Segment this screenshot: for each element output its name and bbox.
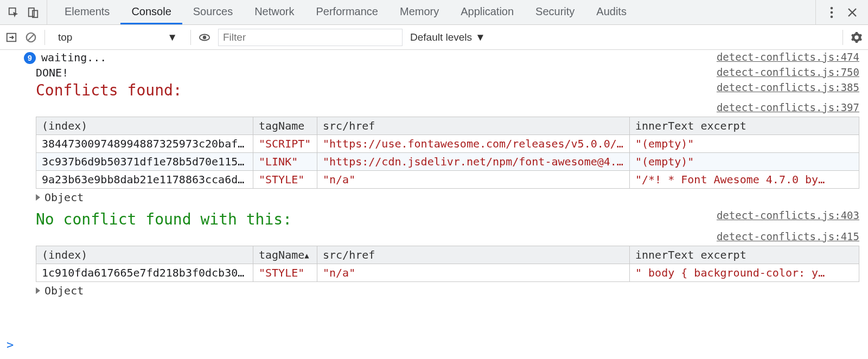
chevron-down-icon: ▼ <box>475 31 486 43</box>
source-link[interactable]: detect-conflicts.js:385 <box>717 81 859 93</box>
log-line-conflicts-header: Conflicts found: detect-conflicts.js:385 <box>0 80 868 100</box>
source-link[interactable]: detect-conflicts.js:750 <box>717 66 859 78</box>
log-text: DONE! <box>36 66 68 79</box>
cell-tag: "STYLE" <box>253 264 317 282</box>
col-tagname[interactable]: tagName <box>253 117 317 135</box>
cell-src: "https://use.fontawesome.com/releases/v5… <box>317 135 630 153</box>
object-label: Object <box>44 191 84 204</box>
tabstrip-left-icons <box>0 0 47 24</box>
tabstrip-right-icons <box>815 0 868 24</box>
filter-input[interactable] <box>218 29 403 46</box>
cell-index: 3c937b6d9b50371df1e78b5d70e11512 <box>36 153 253 171</box>
log-text: waiting... <box>41 51 106 64</box>
cell-tag: "STYLE" <box>253 171 317 189</box>
log-line-done: DONE! detect-conflicts.js:750 <box>0 65 868 80</box>
cell-src: "n/a" <box>317 264 630 282</box>
toolbar-divider <box>190 30 191 45</box>
tab-application[interactable]: Application <box>450 0 525 24</box>
kebab-menu-icon[interactable] <box>826 7 838 18</box>
filter-input-wrap <box>218 29 403 46</box>
col-inner[interactable]: innerText excerpt <box>630 246 859 264</box>
expand-triangle-icon <box>36 194 40 201</box>
tab-memory[interactable]: Memory <box>389 0 450 24</box>
cell-inner: "(empty)" <box>630 153 859 171</box>
chevron-down-icon: ▼ <box>167 31 177 43</box>
table-row: 1c910fda617665e7fd218b3f0dcb3051 "STYLE"… <box>36 264 859 282</box>
svg-point-5 <box>831 15 833 18</box>
source-link[interactable]: detect-conflicts.js:403 <box>717 209 859 221</box>
console-output: 9 waiting... detect-conflicts.js:474 DON… <box>0 50 868 359</box>
table-row: 3c937b6d9b50371df1e78b5d70e11512 "LINK" … <box>36 153 859 171</box>
tab-sources[interactable]: Sources <box>182 0 244 24</box>
tab-security[interactable]: Security <box>525 0 585 24</box>
cell-src: "https://cdn.jsdelivr.net/npm/font-aweso… <box>317 153 630 171</box>
device-toggle-icon[interactable] <box>27 7 39 18</box>
source-link[interactable]: detect-conflicts.js:397 <box>717 101 859 113</box>
no-conflict-table: (index) tagName▲ src/href innerText exce… <box>36 246 859 282</box>
context-label: top <box>58 31 72 43</box>
live-expression-icon[interactable] <box>199 31 210 43</box>
cell-inner: "/*! * Font Awesome 4.7.0 by… <box>630 171 859 189</box>
log-line-waiting: 9 waiting... detect-conflicts.js:474 <box>0 50 868 65</box>
inspect-icon[interactable] <box>8 7 20 18</box>
col-index[interactable]: (index) <box>36 117 253 135</box>
table-row: 9a23b63e9bb8dab21e1178863cca6d4d "STYLE"… <box>36 171 859 189</box>
levels-label: Default levels <box>410 31 472 43</box>
tab-performance[interactable]: Performance <box>305 0 390 24</box>
tab-console[interactable]: Console <box>120 0 182 24</box>
conflicts-table-wrap: (index) tagName src/href innerText excer… <box>0 114 868 190</box>
source-link[interactable]: detect-conflicts.js:415 <box>717 230 859 242</box>
table-row: 384473009748994887325973c20baf67 "SCRIPT… <box>36 135 859 153</box>
cell-src: "n/a" <box>317 171 630 189</box>
source-link[interactable]: detect-conflicts.js:474 <box>717 51 859 63</box>
toolbar-divider <box>843 30 843 45</box>
console-toolbar: top ▼ Default levels ▼ <box>0 25 868 50</box>
col-inner[interactable]: innerText excerpt <box>630 117 859 135</box>
sort-asc-icon: ▲ <box>304 251 309 260</box>
table-header-row: (index) tagName▲ src/href innerText exce… <box>36 246 859 264</box>
gear-icon[interactable] <box>851 31 863 43</box>
cell-index: 384473009748994887325973c20baf67 <box>36 135 253 153</box>
col-tagname-label: tagName <box>259 248 304 261</box>
console-prompt[interactable]: > <box>7 338 14 351</box>
col-src[interactable]: src/href <box>317 117 630 135</box>
cell-inner: "(empty)" <box>630 135 859 153</box>
svg-point-9 <box>203 35 206 39</box>
svg-rect-1 <box>29 8 34 16</box>
log-line-no-conflict: No conflict found with this: detect-conf… <box>0 208 868 229</box>
log-text: Conflicts found: <box>36 81 182 99</box>
expand-triangle-icon <box>36 287 40 294</box>
col-tagname[interactable]: tagName▲ <box>253 246 317 264</box>
tab-network[interactable]: Network <box>244 0 305 24</box>
cell-inner: " body { background-color: y… <box>630 264 859 282</box>
object-expand[interactable]: Object <box>0 190 868 208</box>
no-conflict-table-wrap: (index) tagName▲ src/href innerText exce… <box>0 243 868 283</box>
cell-tag: "LINK" <box>253 153 317 171</box>
repeat-badge: 9 <box>24 52 36 64</box>
close-icon[interactable] <box>846 7 858 18</box>
cell-tag: "SCRIPT" <box>253 135 317 153</box>
tabs: Elements Console Sources Network Perform… <box>47 0 815 24</box>
cell-index: 9a23b63e9bb8dab21e1178863cca6d4d <box>36 171 253 189</box>
svg-point-3 <box>831 7 833 9</box>
log-text: No conflict found with this: <box>36 210 292 228</box>
toolbar-divider <box>44 30 45 45</box>
object-expand[interactable]: Object <box>0 283 868 302</box>
table-header-row: (index) tagName src/href innerText excer… <box>36 117 859 135</box>
conflicts-table: (index) tagName src/href innerText excer… <box>36 117 859 189</box>
log-level-select[interactable]: Default levels ▼ <box>410 31 486 43</box>
sidebar-toggle-icon[interactable] <box>5 31 17 43</box>
object-label: Object <box>44 284 84 297</box>
tab-audits[interactable]: Audits <box>585 0 637 24</box>
cell-index: 1c910fda617665e7fd218b3f0dcb3051 <box>36 264 253 282</box>
execution-context-select[interactable]: top ▼ <box>53 31 183 43</box>
svg-point-4 <box>831 11 833 14</box>
devtools-tabstrip: Elements Console Sources Network Perform… <box>0 0 868 25</box>
col-index[interactable]: (index) <box>36 246 253 264</box>
tab-elements[interactable]: Elements <box>54 0 120 24</box>
col-src[interactable]: src/href <box>317 246 630 264</box>
clear-console-icon[interactable] <box>25 31 37 43</box>
